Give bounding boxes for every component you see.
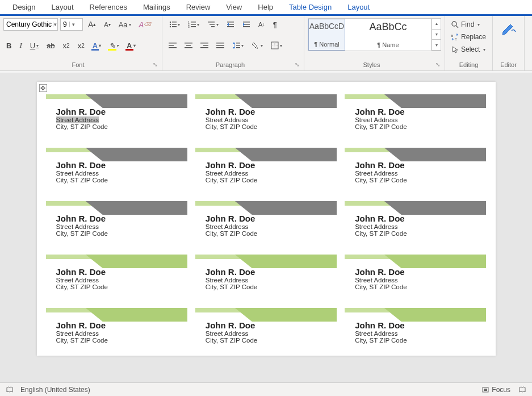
shrink-font-button[interactable]: A▾ [101,18,113,31]
address-label[interactable]: John R. DoeStreet AddressCity, ST ZIP Co… [46,201,187,249]
table-move-handle[interactable]: ✥ [39,84,47,92]
text-effects-button[interactable]: A▾ [90,39,104,52]
group-label-paragraph: Paragraph [216,61,245,68]
bold-button[interactable]: B [3,39,14,52]
subscript-button[interactable]: x2 [60,39,73,52]
menu-review[interactable]: Review [178,1,219,14]
book-icon[interactable] [6,386,14,394]
change-case-button[interactable]: Aa▾ [116,18,134,31]
italic-button[interactable]: I [16,39,24,52]
increase-indent-button[interactable] [240,18,253,31]
styles-gallery[interactable]: AaBbCcD¶ NormalAaBbCc¶ Name▴▾▾ [308,18,441,51]
label-name: John R. Doe [56,214,108,223]
language-status[interactable]: English (United States) [20,386,90,394]
group-font: Century Gothic (Headings) ▾ 9 ▾ A▴ A▾ Aa… [0,16,162,70]
status-bar: English (United States) Focus [0,382,532,396]
svg-rect-31 [216,45,224,46]
label-city: City, ST ZIP Code [206,177,257,184]
menu-help[interactable]: Help [250,1,281,14]
menu-layout[interactable]: Layout [43,1,81,14]
menu-mailings[interactable]: Mailings [135,1,178,14]
svg-rect-30 [216,43,224,44]
svg-rect-34 [236,43,240,44]
underline-button[interactable]: U▾ [27,39,41,52]
multilevel-list-button[interactable]: ▾ [204,18,221,31]
label-name: John R. Doe [355,107,407,116]
label-city: City, ST ZIP Code [355,337,407,344]
align-right-button[interactable] [198,39,211,52]
menu-view[interactable]: View [218,1,250,14]
strikethrough-button[interactable]: ab [44,39,57,52]
font-color-button[interactable]: A▾ [124,39,138,52]
dialog-launcher-icon[interactable]: ⤡ [295,61,299,68]
read-mode-icon[interactable] [518,386,526,394]
svg-rect-27 [200,43,208,44]
chevron-down-icon: ▾ [69,22,77,27]
bullets-button[interactable]: ▾ [166,18,183,31]
dialog-launcher-icon[interactable]: ⤡ [153,61,157,68]
replace-button[interactable]: ac Replace [449,31,489,43]
show-marks-button[interactable]: ¶ [270,18,280,31]
svg-rect-18 [243,22,250,23]
address-label[interactable]: John R. DoeStreet AddressCity, ST ZIP Co… [195,255,337,302]
menu-references[interactable]: References [82,1,135,14]
svg-rect-14 [211,26,215,27]
align-center-button[interactable] [182,39,195,52]
svg-text:3: 3 [188,25,190,28]
svg-marker-53 [235,148,337,161]
align-left-button[interactable] [166,39,179,52]
clear-formatting-button[interactable]: A⌫ [136,18,154,31]
grow-font-button[interactable]: A▴ [85,18,99,31]
address-label[interactable]: John R. DoeStreet AddressCity, ST ZIP Co… [195,201,337,249]
shading-button[interactable]: ▾ [249,39,266,52]
address-label[interactable]: John R. DoeStreet AddressCity, ST ZIP Co… [345,201,486,249]
focus-mode-button[interactable]: Focus [481,386,510,394]
svg-rect-33 [234,43,234,48]
svg-marker-45 [85,94,187,108]
address-label[interactable]: John R. DoeStreet AddressCity, ST ZIP Co… [195,148,337,195]
focus-icon [481,386,489,394]
address-label[interactable]: John R. DoeStreet AddressCity, ST ZIP Co… [345,148,486,195]
sort-button[interactable]: A↓ [255,18,268,31]
decrease-indent-button[interactable] [224,18,237,31]
line-spacing-button[interactable]: ▾ [229,39,246,52]
address-label[interactable]: John R. DoeStreet AddressCity, ST ZIP Co… [46,308,187,356]
find-button[interactable]: Find▾ [449,18,489,31]
address-label[interactable]: John R. DoeStreet AddressCity, ST ZIP Co… [345,94,486,142]
borders-button[interactable]: ▾ [268,39,285,52]
svg-marker-65 [235,255,337,268]
dialog-launcher-icon[interactable]: ⤡ [435,61,440,68]
numbering-button[interactable]: 123▾ [185,18,202,31]
label-city: City, ST ZIP Code [206,337,257,344]
svg-marker-59 [235,201,337,215]
font-size-combo[interactable]: 9 ▾ [60,18,83,31]
highlight-button[interactable]: ✎▾ [106,39,122,52]
font-name-combo[interactable]: Century Gothic (Headings) ▾ [3,18,58,31]
menu-design[interactable]: Design [5,1,43,14]
address-label[interactable]: John R. DoeStreet AddressCity, ST ZIP Co… [46,255,187,302]
svg-marker-71 [235,308,337,322]
svg-rect-36 [236,47,240,48]
label-name: John R. Doe [56,160,108,170]
address-label[interactable]: John R. DoeStreet AddressCity, ST ZIP Co… [195,308,337,356]
justify-button[interactable] [213,39,227,52]
menu-layout[interactable]: Layout [340,1,378,14]
menu-table-design[interactable]: Table Design [281,1,340,14]
document-area[interactable]: ✥ John R. DoeStreet AddressCity, ST ZIP … [0,73,532,382]
address-label[interactable]: John R. DoeStreet AddressCity, ST ZIP Co… [46,148,187,195]
menu-bar: DesignLayoutReferencesMailingsReviewView… [0,0,532,16]
style-item-0[interactable]: AaBbCcD¶ Normal [308,19,345,51]
address-label[interactable]: John R. DoeStreet AddressCity, ST ZIP Co… [345,255,486,302]
group-paragraph: ▾ 123▾ ▾ A↓ ¶ ▾ ▾ ▾ Paragraph⤡ [162,16,304,70]
address-label[interactable]: John R. DoeStreet AddressCity, ST ZIP Co… [195,94,337,142]
ribbon: Century Gothic (Headings) ▾ 9 ▾ A▴ A▾ Aa… [0,16,532,71]
select-button[interactable]: Select▾ [449,43,489,56]
address-label[interactable]: John R. DoeStreet AddressCity, ST ZIP Co… [345,308,486,356]
group-label-editing: Editing [459,61,479,68]
superscript-button[interactable]: x2 [75,39,87,52]
editor-button[interactable] [496,18,521,40]
gallery-scroll[interactable]: ▴▾▾ [432,19,441,51]
address-label[interactable]: John R. DoeStreet AddressCity, ST ZIP Co… [46,94,187,142]
svg-text:a: a [451,34,453,37]
style-item-1[interactable]: AaBbCc¶ Name [345,19,432,51]
